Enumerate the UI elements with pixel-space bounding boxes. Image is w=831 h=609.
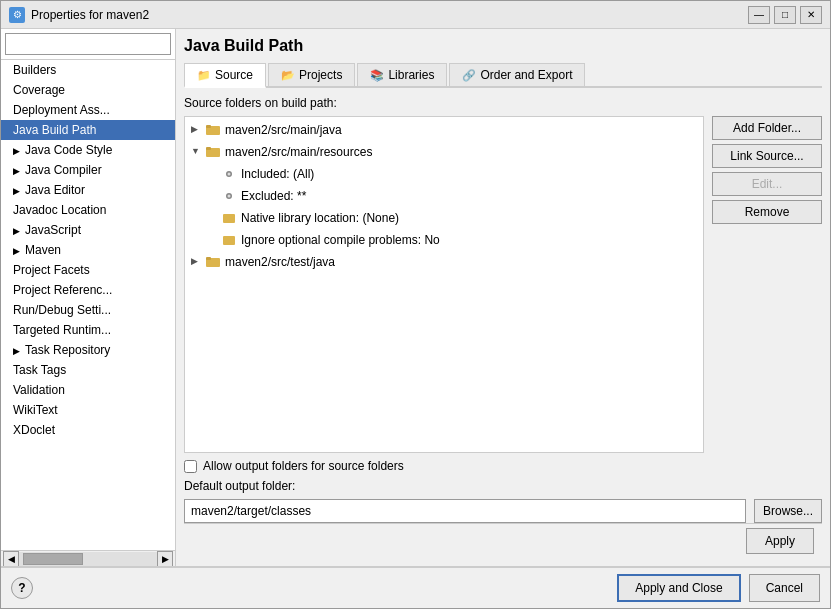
- remove-button[interactable]: Remove: [712, 200, 822, 224]
- libraries-tab-icon: 📚: [370, 68, 384, 82]
- tree-label-node-native: Native library location: (None): [241, 209, 399, 227]
- sidebar-item-java-code-style[interactable]: ▶Java Code Style: [1, 140, 175, 160]
- tree-label-node-excluded: Excluded: **: [241, 187, 306, 205]
- footer-right: Apply and Close Cancel: [617, 574, 820, 602]
- close-button[interactable]: ✕: [800, 6, 822, 24]
- properties-window: ⚙ Properties for maven2 — □ ✕ BuildersCo…: [0, 0, 831, 609]
- allow-output-label: Allow output folders for source folders: [203, 459, 404, 473]
- tree-node-node-maven-main-java[interactable]: ▶maven2/src/main/java: [187, 119, 701, 141]
- browse-button[interactable]: Browse...: [754, 499, 822, 523]
- tree-icon-node-ignore: [221, 232, 237, 248]
- tree-node-node-included[interactable]: Included: (All): [187, 163, 701, 185]
- sidebar-item-javascript[interactable]: ▶JavaScript: [1, 220, 175, 240]
- tree-icon-node-maven-main-resources: [205, 144, 221, 160]
- sidebar-item-wikitext[interactable]: WikiText: [1, 400, 175, 420]
- minimize-button[interactable]: —: [748, 6, 770, 24]
- projects-tab-icon: 📂: [281, 68, 295, 82]
- tree-label-node-maven-test-java: maven2/src/test/java: [225, 253, 335, 271]
- sidebar-item-javadoc-location[interactable]: Javadoc Location: [1, 200, 175, 220]
- svg-point-9: [228, 195, 231, 198]
- source-heading: Source folders on build path:: [184, 96, 822, 110]
- sidebar-item-validation[interactable]: Validation: [1, 380, 175, 400]
- sidebar-search-input[interactable]: [5, 33, 171, 55]
- apply-and-close-button[interactable]: Apply and Close: [617, 574, 740, 602]
- tab-bar: 📁Source📂Projects📚Libraries🔗Order and Exp…: [184, 63, 822, 88]
- apply-button[interactable]: Apply: [746, 528, 814, 554]
- tab-libraries[interactable]: 📚Libraries: [357, 63, 447, 86]
- tree-label-node-maven-main-resources: maven2/src/main/resources: [225, 143, 372, 161]
- scroll-left-arrow[interactable]: ◀: [3, 551, 19, 567]
- tab-projects[interactable]: 📂Projects: [268, 63, 355, 86]
- sidebar-item-deployment-assembly[interactable]: Deployment Ass...: [1, 100, 175, 120]
- libraries-tab-label: Libraries: [388, 68, 434, 82]
- svg-rect-2: [206, 125, 211, 128]
- source-tab-icon: 📁: [197, 68, 211, 82]
- sidebar-list: BuildersCoverageDeployment Ass...Java Bu…: [1, 60, 175, 550]
- scroll-right-arrow[interactable]: ▶: [157, 551, 173, 567]
- source-tab-label: Source: [215, 68, 253, 82]
- tree-arrow-node-maven-main-java: ▶: [191, 123, 205, 137]
- tree-node-node-native[interactable]: Native library location: (None): [187, 207, 701, 229]
- action-bar: Apply: [184, 523, 822, 558]
- sidebar: BuildersCoverageDeployment Ass...Java Bu…: [1, 29, 176, 566]
- content-area: BuildersCoverageDeployment Ass...Java Bu…: [1, 29, 830, 566]
- tab-source[interactable]: 📁Source: [184, 63, 266, 88]
- footer-left: ?: [11, 577, 33, 599]
- sidebar-item-xdoclet[interactable]: XDoclet: [1, 420, 175, 440]
- panel-title: Java Build Path: [184, 37, 822, 55]
- cancel-button[interactable]: Cancel: [749, 574, 820, 602]
- sidebar-item-java-compiler[interactable]: ▶Java Compiler: [1, 160, 175, 180]
- tree-icon-node-maven-test-java: [205, 254, 221, 270]
- output-folder-row: Browse...: [184, 499, 822, 523]
- tree-node-node-ignore[interactable]: Ignore optional compile problems: No: [187, 229, 701, 251]
- allow-output-row: Allow output folders for source folders: [184, 459, 822, 473]
- svg-rect-11: [223, 236, 235, 245]
- tree-label-node-ignore: Ignore optional compile problems: No: [241, 231, 440, 249]
- sidebar-item-coverage[interactable]: Coverage: [1, 80, 175, 100]
- tree-node-node-excluded[interactable]: Excluded: **: [187, 185, 701, 207]
- tab-order-export[interactable]: 🔗Order and Export: [449, 63, 585, 86]
- sidebar-item-builders[interactable]: Builders: [1, 60, 175, 80]
- tree-icon-node-excluded: [221, 188, 237, 204]
- help-button[interactable]: ?: [11, 577, 33, 599]
- horizontal-scrollbar[interactable]: [19, 552, 157, 566]
- tree-icon-node-maven-main-java: [205, 122, 221, 138]
- tree-node-node-maven-test-java[interactable]: ▶maven2/src/test/java: [187, 251, 701, 273]
- tree-arrow-node-maven-test-java: ▶: [191, 255, 205, 269]
- sidebar-item-project-facets[interactable]: Project Facets: [1, 260, 175, 280]
- output-folder-input[interactable]: [184, 499, 746, 523]
- main-panel: Java Build Path 📁Source📂Projects📚Librari…: [176, 29, 830, 566]
- sidebar-item-java-build-path[interactable]: Java Build Path: [1, 120, 175, 140]
- sidebar-item-targeted-runtimes[interactable]: Targeted Runtim...: [1, 320, 175, 340]
- sidebar-item-maven[interactable]: ▶Maven: [1, 240, 175, 260]
- window-title: Properties for maven2: [31, 8, 748, 22]
- order-export-tab-icon: 🔗: [462, 68, 476, 82]
- svg-rect-5: [206, 147, 211, 150]
- svg-point-7: [228, 173, 231, 176]
- projects-tab-label: Projects: [299, 68, 342, 82]
- allow-output-checkbox[interactable]: [184, 460, 197, 473]
- sidebar-item-task-tags[interactable]: Task Tags: [1, 360, 175, 380]
- sidebar-item-java-editor[interactable]: ▶Java Editor: [1, 180, 175, 200]
- svg-rect-14: [206, 257, 211, 260]
- add-folder-button[interactable]: Add Folder...: [712, 116, 822, 140]
- tree-icon-node-native: [221, 210, 237, 226]
- tree-node-node-maven-main-resources[interactable]: ▼maven2/src/main/resources: [187, 141, 701, 163]
- sidebar-item-task-repository[interactable]: ▶Task Repository: [1, 340, 175, 360]
- source-panel: Source folders on build path: ▶maven2/sr…: [184, 96, 822, 523]
- order-export-tab-label: Order and Export: [480, 68, 572, 82]
- edit-button: Edit...: [712, 172, 822, 196]
- sidebar-item-run-debug-settings[interactable]: Run/Debug Setti...: [1, 300, 175, 320]
- source-main-row: ▶maven2/src/main/java▼maven2/src/main/re…: [184, 116, 822, 453]
- scrollbar-thumb[interactable]: [23, 553, 83, 565]
- tree-label-node-maven-main-java: maven2/src/main/java: [225, 121, 342, 139]
- tree-icon-node-included: [221, 166, 237, 182]
- maximize-button[interactable]: □: [774, 6, 796, 24]
- output-folder-label: Default output folder:: [184, 479, 822, 493]
- window-icon: ⚙: [9, 7, 25, 23]
- svg-rect-10: [223, 214, 235, 223]
- sidebar-item-project-references[interactable]: Project Referenc...: [1, 280, 175, 300]
- link-source-button[interactable]: Link Source...: [712, 144, 822, 168]
- sidebar-scrollbar: ◀ ▶: [1, 550, 175, 566]
- window-controls: — □ ✕: [748, 6, 822, 24]
